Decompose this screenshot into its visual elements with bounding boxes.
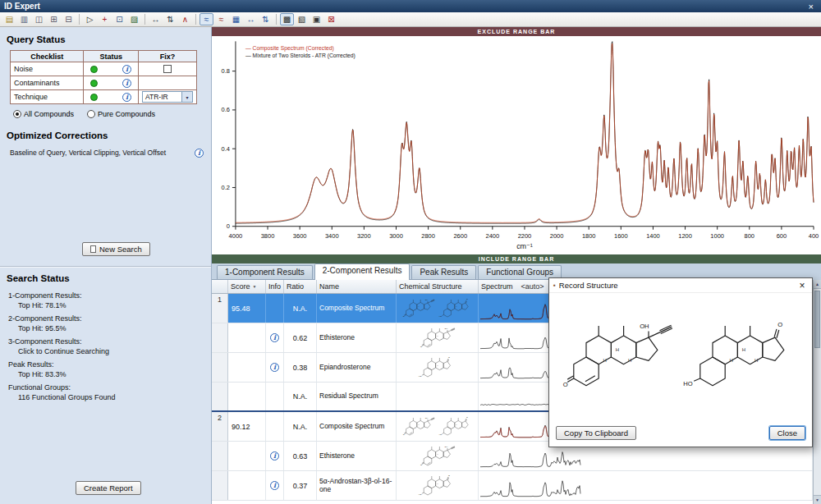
tab-peak-results[interactable]: Peak Results [411,265,476,279]
overlay-spectra-icon[interactable]: ≈ [214,13,228,25]
info-icon[interactable]: i [122,79,131,88]
scale-y-icon[interactable]: ⇅ [259,13,273,25]
window-close-icon[interactable]: × [805,2,817,11]
ratio-cell: 0.62 [284,323,317,352]
svg-text:0.8: 0.8 [222,67,230,75]
sort-icon[interactable]: ▼ [253,284,257,289]
stacked-spectra-icon[interactable]: ≈ [200,13,213,25]
svg-text:2600: 2600 [453,232,467,240]
svg-text:3000: 3000 [389,232,403,240]
pointer-icon[interactable]: ▷ [83,13,97,25]
col-name[interactable]: Name [317,280,397,293]
score-cell [228,323,266,352]
find-peaks-icon[interactable]: ∧ [178,13,192,25]
spectrum-chart[interactable]: 00.20.40.60.8400038003600340032003000280… [213,36,820,254]
svg-text:800: 800 [745,232,754,240]
info-icon[interactable]: i [270,481,279,490]
arrows-horizontal-icon[interactable]: ↔ [149,13,163,25]
copy-to-clipboard-button[interactable]: Copy To Clipboard [556,426,636,440]
auto-scale-icon[interactable]: ▣ [310,13,323,25]
query-status-heading: Query Status [7,34,66,44]
optimized-corrections-heading: Optimized Corrections [7,131,108,140]
svg-text:2000: 2000 [550,232,564,240]
group-number [212,353,228,382]
svg-text:H: H [456,305,457,307]
col-ratio[interactable]: Ratio [284,280,317,293]
print-icon[interactable]: ⊟ [62,13,76,25]
search-status-entry[interactable]: 1-Component Results:Top Hit: 78.1% [8,291,206,309]
col-structure[interactable]: Chemical Structure [397,280,479,293]
info-icon[interactable]: i [270,333,279,342]
svg-text:OH: OH [640,323,649,330]
qs-row-noise: Noisei [11,62,197,76]
scroll-thumb[interactable] [814,291,820,348]
tab-1-component-results[interactable]: 1-Component Results [217,265,313,279]
structure-ethisterone: OOHHHH [555,296,680,421]
svg-text:O: O [448,356,450,359]
svg-text:H: H [456,424,457,425]
results-scrollbar[interactable]: ▲ ▼ [813,280,821,504]
annotate-icon[interactable]: ▨ [127,13,141,25]
search-status-list: 1-Component Results:Top Hit: 78.1%2-Comp… [8,291,206,406]
col-score[interactable]: Score▼ [228,280,266,293]
search-status-entry[interactable]: 2-Component Results:Top Hit: 95.5% [8,314,206,332]
svg-text:HO: HO [418,374,421,377]
svg-text:OH: OH [424,416,428,418]
dialog-close-button[interactable]: Close [769,426,805,440]
svg-text:H: H [418,424,420,425]
arrows-vertical-icon[interactable]: ⇅ [163,13,177,25]
include-range-bar[interactable]: INCLUDE RANGE BAR [212,254,821,263]
info-icon[interactable]: i [270,451,279,460]
spectrum-scale-mode[interactable]: <auto> [521,282,544,291]
save-icon[interactable]: ▥ [17,13,31,25]
group-number [212,442,228,470]
paste-icon[interactable]: ⊞ [47,13,61,25]
zoom-region-icon[interactable]: ⊡ [112,13,126,25]
info-cell: i [266,471,284,500]
search-status-entry[interactable]: Peak Results:Top Hit: 83.3% [8,360,206,378]
dialog-titlebar[interactable]: ▪ Record Structure × [549,278,812,293]
search-status-entry[interactable]: 3-Component Results:Click to Continue Se… [8,337,206,355]
svg-text:H: H [459,308,461,309]
tab-2-component-results[interactable]: 2-Component Results [314,263,410,280]
left-panel: Query Status ChecklistStatusFix? NoiseiC… [0,27,212,504]
dialog-close-icon[interactable]: × [796,280,808,291]
exclude-range-bar[interactable]: EXCLUDE RANGE BAR [212,27,821,36]
info-icon[interactable]: i [270,363,279,372]
compound-filter-radios: All CompoundsPure Compounds [13,110,155,118]
score-cell [228,471,266,500]
col-info[interactable]: Info [266,280,284,293]
crosshair-icon[interactable]: + [98,13,112,25]
scroll-down-icon[interactable]: ▼ [814,495,821,504]
search-status-entry[interactable]: Functional Groups:116 Functional Groups … [8,383,206,401]
panel-divider [0,266,211,268]
info-icon[interactable]: i [195,149,204,158]
scale-x-icon[interactable]: ↔ [244,13,258,25]
svg-text:H: H [433,368,434,369]
svg-text:HO: HO [438,433,442,435]
open-icon[interactable]: ▤ [2,13,16,25]
roi-scale-icon[interactable]: ⊠ [324,13,338,25]
svg-text:O: O [420,346,422,348]
svg-text:H: H [603,358,607,363]
result-row[interactable]: i0.375α-Androstan-3β-ol-16-oneHOOHHH [212,471,813,501]
svg-text:1800: 1800 [582,232,596,240]
radio-icon [13,110,21,118]
full-scale-icon[interactable]: ▩ [280,13,294,25]
fix-checkbox[interactable] [163,65,172,73]
new-search-button[interactable]: New Search [82,242,150,256]
common-scale-icon[interactable]: ▧ [295,13,309,25]
radio-pure-compounds[interactable]: Pure Compounds [87,110,155,118]
svg-text:1400: 1400 [646,232,660,240]
scroll-up-icon[interactable]: ▲ [814,280,821,289]
col-expander[interactable] [212,280,228,293]
info-icon[interactable]: i [122,65,131,74]
svg-text:O: O [420,464,422,466]
split-view-icon[interactable]: ▦ [229,13,243,25]
technique-select[interactable]: ATR-IR▾ [142,91,193,103]
svg-text:H: H [459,426,461,428]
copy-icon[interactable]: ◫ [32,13,46,25]
radio-all-compounds[interactable]: All Compounds [13,110,74,118]
create-report-button[interactable]: Create Report [76,481,141,495]
info-icon[interactable]: i [122,93,131,102]
